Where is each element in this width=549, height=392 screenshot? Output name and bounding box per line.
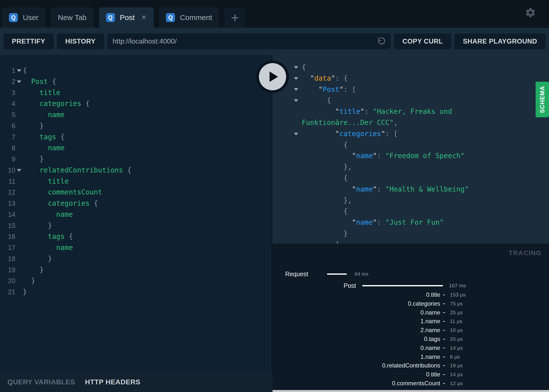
editor-line[interactable]: 5 name — [0, 109, 131, 121]
tab-user[interactable]: QUser — [2, 7, 45, 28]
tab-new-tab[interactable]: New Tab — [51, 7, 93, 28]
fold-gutter — [294, 62, 301, 73]
prettify-button[interactable]: PRETTIFY — [3, 33, 54, 49]
code-text: "name": "Health & Wellbeing" — [302, 185, 469, 193]
fold-gutter — [15, 187, 23, 198]
fold-arrow-icon[interactable] — [294, 133, 298, 135]
trace-field-time: 20 µs — [450, 335, 463, 343]
fold-arrow-icon[interactable] — [17, 69, 21, 72]
fold-gutter — [294, 217, 301, 228]
editor-line[interactable]: 8 name — [0, 143, 131, 154]
editor-line[interactable]: 11 title — [0, 176, 131, 187]
trace-field-label: 0.title — [426, 290, 440, 299]
endpoint-url-bar[interactable]: http://localhost:4000/ — [107, 33, 391, 49]
fold-gutter — [15, 132, 23, 143]
schema-tab[interactable]: SCHEMA — [536, 82, 549, 117]
code-segment: Post — [323, 85, 339, 94]
code-text: { — [302, 207, 348, 215]
tab-post[interactable]: QPost✕ — [99, 7, 154, 28]
response-line: "title": "Hacker, Freaks und — [273, 106, 549, 117]
editor-line[interactable]: 21} — [0, 287, 131, 298]
query-editor-code[interactable]: 1{2 Post {3 title4 categories {5 name6 }… — [0, 65, 131, 298]
editor-line[interactable]: 1{ — [0, 65, 131, 76]
code-text: "title": "Hacker, Freaks und — [302, 107, 452, 116]
code-segment: : — [377, 185, 385, 193]
editor-line[interactable]: 15 } — [0, 220, 131, 231]
code-segment: " — [318, 85, 323, 94]
response-line: Funktionäre...Der CCC", — [273, 117, 549, 128]
editor-line[interactable]: 14 name — [0, 209, 131, 220]
editor-line[interactable]: 2 Post { — [0, 76, 131, 87]
execute-query-button[interactable] — [256, 60, 289, 93]
line-number: 2 — [0, 76, 15, 87]
new-tab-button[interactable]: + — [224, 7, 245, 28]
fold-arrow-icon[interactable] — [294, 88, 298, 91]
endpoint-url-value[interactable]: http://localhost:4000/ — [113, 37, 177, 45]
editor-line[interactable]: 17 name — [0, 242, 131, 253]
fold-gutter — [294, 84, 301, 95]
trace-time: 44 ms — [354, 270, 368, 278]
trace-dash — [443, 330, 445, 331]
code-segment: tags — [23, 133, 60, 141]
fold-arrow-icon[interactable] — [294, 77, 298, 80]
query-editor-pane[interactable]: 1{2 Post {3 title4 categories {5 name6 }… — [0, 55, 273, 372]
fold-gutter — [15, 275, 23, 287]
code-segment: { — [302, 141, 348, 149]
history-button[interactable]: HISTORY — [57, 33, 104, 49]
code-segment: " — [335, 107, 339, 116]
trace-label: Post — [344, 281, 356, 290]
fold-gutter — [294, 228, 301, 239]
code-segment: { — [52, 77, 56, 86]
http-headers-tab[interactable]: HTTP HEADERS — [85, 378, 140, 386]
code-segment: { — [302, 207, 348, 215]
code-segment: { — [69, 232, 73, 241]
editor-line[interactable]: 9 } — [0, 154, 131, 165]
editor-line[interactable]: 19 } — [0, 265, 131, 276]
code-segment: } — [23, 255, 52, 263]
code-segment: : — [377, 152, 385, 160]
editor-line[interactable]: 4 categories { — [0, 98, 131, 109]
code-segment: Post — [23, 77, 52, 86]
fold-gutter — [15, 87, 23, 98]
code-segment: : [ — [344, 85, 356, 94]
fold-gutter — [15, 198, 23, 209]
toolbar: PRETTIFY HISTORY http://localhost:4000/ … — [0, 28, 549, 55]
response-json: { "data": { "Post": [ { "title": "Hacker… — [273, 62, 549, 244]
editor-line[interactable]: 6 } — [0, 121, 131, 132]
code-text: } — [23, 287, 27, 298]
fold-gutter — [15, 242, 23, 253]
fold-arrow-icon[interactable] — [17, 80, 21, 83]
editor-line[interactable]: 12 commentsCount — [0, 187, 131, 198]
trace-field-time: 75 µs — [450, 299, 463, 308]
tab-comment[interactable]: QComment — [159, 7, 219, 28]
fold-gutter — [294, 239, 301, 244]
fold-gutter — [294, 117, 301, 128]
editor-line[interactable]: 10 relatedContributions { — [0, 165, 131, 176]
editor-line[interactable]: 20 } — [0, 275, 131, 287]
fold-arrow-icon[interactable] — [294, 99, 298, 102]
settings-gear-icon[interactable] — [525, 7, 536, 18]
code-segment: }, — [302, 163, 352, 171]
share-playground-button[interactable]: SHARE PLAYGROUND — [454, 33, 546, 49]
copy-curl-button[interactable]: COPY CURL — [394, 33, 451, 49]
fold-arrow-icon[interactable] — [294, 66, 298, 69]
trace-dash — [443, 339, 445, 340]
reset-endpoint-icon[interactable] — [376, 36, 386, 46]
tracing-horizontal-scrollbar[interactable] — [273, 390, 549, 392]
editor-line[interactable]: 7 tags { — [0, 132, 131, 143]
line-number: 20 — [0, 275, 15, 287]
editor-line[interactable]: 18 } — [0, 253, 131, 265]
code-segment: } — [23, 221, 52, 230]
close-tab-icon[interactable]: ✕ — [141, 14, 147, 22]
code-text: name — [23, 109, 65, 121]
tab-strip: QUserNew TabQPost✕QComment+ — [2, 7, 245, 28]
editor-line[interactable]: 3 title — [0, 87, 131, 98]
editor-line[interactable]: 16 tags { — [0, 231, 131, 242]
fold-gutter — [15, 76, 23, 87]
fold-arrow-icon[interactable] — [17, 169, 21, 172]
editor-line[interactable]: 13 categories { — [0, 198, 131, 209]
trace-field-time: 10 µs — [450, 326, 463, 335]
code-segment: { — [302, 96, 331, 104]
trace-dash — [443, 374, 445, 375]
query-variables-tab[interactable]: QUERY VARIABLES — [7, 378, 75, 386]
